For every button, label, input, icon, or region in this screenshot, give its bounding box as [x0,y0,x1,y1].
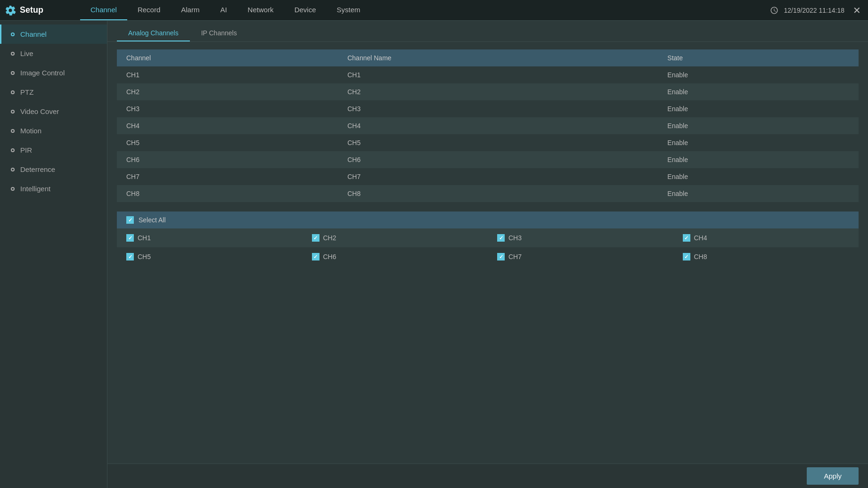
nav-alarm[interactable]: Alarm [171,0,210,20]
apply-button[interactable]: Apply [807,467,859,485]
checkbox-cell-ch2: CH2 [303,228,488,247]
cell-channel: CH7 [117,168,338,185]
nav-system[interactable]: System [326,0,370,20]
table-header-row: Channel Channel Name State [117,49,859,66]
cell-channel: CH4 [117,117,338,134]
nav-ai[interactable]: AI [210,0,237,20]
datetime-display: 12/19/2022 11:14:18 [784,7,844,14]
checkbox-cell-ch5: CH5 [117,247,303,266]
sidebar-item-live[interactable]: Live [0,44,107,63]
table-row: CH5 CH5 Enable [117,134,859,151]
cell-name: CH4 [338,117,658,134]
cell-channel: CH3 [117,100,338,117]
main-content: Analog Channels IP Channels Channel Chan… [107,21,868,488]
app-logo: Setup [5,5,71,16]
cell-state: Enable [658,66,859,83]
sidebar-label-ptz: PTZ [20,88,33,96]
cell-name: CH1 [338,66,658,83]
cell-channel: CH6 [117,151,338,168]
checkbox-cell-ch6: CH6 [303,247,488,266]
cell-state: Enable [658,151,859,168]
cell-name: CH3 [338,100,658,117]
top-bar: Setup Channel Record Alarm AI Network De… [0,0,868,21]
table-row: CH8 CH8 Enable [117,185,859,202]
checkbox-cell-ch7: CH7 [488,247,673,266]
checkbox-ch6[interactable] [312,253,319,260]
ch4-label: CH4 [694,234,707,242]
checkbox-cell-ch1: CH1 [117,228,303,247]
sidebar-item-deterrence[interactable]: Deterrence [0,160,107,179]
checkbox-ch3[interactable] [497,234,505,242]
cell-state: Enable [658,134,859,151]
checkbox-ch4[interactable] [683,234,690,242]
cell-state: Enable [658,83,859,100]
sidebar-label-intelligent: Intelligent [20,185,50,193]
checkbox-cell-ch4: CH4 [673,228,859,247]
sidebar-label-deterrence: Deterrence [20,165,55,173]
sidebar-item-pir[interactable]: PIR [0,140,107,160]
select-all-label: Select All [139,216,166,224]
ch3-label: CH3 [508,234,522,242]
nav-network[interactable]: Network [237,0,284,20]
nav-channel[interactable]: Channel [80,0,127,20]
col-header-state: State [658,49,859,66]
select-section: Select All CH1 CH2 CH3 [117,211,859,266]
table-row: CH6 CH6 Enable [117,151,859,168]
tab-analog-channels[interactable]: Analog Channels [117,25,190,41]
table-row: CH2 CH2 Enable [117,83,859,100]
sidebar-dot [11,52,15,56]
cell-name: CH6 [338,151,658,168]
checkbox-ch2[interactable] [312,234,319,242]
app-title: Setup [20,5,43,15]
sidebar-item-ptz[interactable]: PTZ [0,82,107,102]
ch8-label: CH8 [694,253,707,260]
checkbox-row-2: CH5 CH6 CH7 CH8 [117,247,859,266]
checkbox-ch8[interactable] [683,253,690,260]
table-row: CH4 CH4 Enable [117,117,859,134]
cell-channel: CH5 [117,134,338,151]
cell-name: CH2 [338,83,658,100]
sidebar-dot [11,129,15,133]
top-nav: Channel Record Alarm AI Network Device S… [80,0,770,20]
sidebar-item-image-control[interactable]: Image Control [0,63,107,82]
table-row: CH3 CH3 Enable [117,100,859,117]
sidebar-label-image-control: Image Control [20,69,65,77]
sidebar-label-channel: Channel [20,30,47,38]
nav-record[interactable]: Record [127,0,171,20]
col-header-channel: Channel [117,49,338,66]
checkbox-cell-ch3: CH3 [488,228,673,247]
sidebar-label-video-cover: Video Cover [20,107,59,115]
sidebar-dot [11,90,15,94]
sidebar-item-intelligent[interactable]: Intelligent [0,179,107,198]
sidebar-dot [11,110,15,114]
select-all-checkbox[interactable] [126,216,134,224]
cell-name: CH5 [338,134,658,151]
sidebar-dot [11,187,15,191]
checkbox-ch7[interactable] [497,253,505,260]
sidebar-label-live: Live [20,49,33,57]
channel-table: Channel Channel Name State CH1 CH1 Enabl… [117,49,859,202]
checkbox-ch1[interactable] [126,234,134,242]
close-button[interactable]: ✕ [850,4,863,17]
top-bar-right: 12/19/2022 11:14:18 ✕ [770,4,863,17]
sidebar-dot [11,33,15,36]
sidebar-item-channel[interactable]: Channel [0,24,107,44]
cell-state: Enable [658,185,859,202]
cell-name: CH8 [338,185,658,202]
cell-channel: CH1 [117,66,338,83]
ch1-label: CH1 [138,234,151,242]
sidebar-item-video-cover[interactable]: Video Cover [0,102,107,121]
content-area: Channel Channel Name State CH1 CH1 Enabl… [107,42,868,464]
col-header-name: Channel Name [338,49,658,66]
table-row: CH1 CH1 Enable [117,66,859,83]
nav-device[interactable]: Device [284,0,327,20]
sidebar-item-motion[interactable]: Motion [0,121,107,140]
checkbox-ch5[interactable] [126,253,134,260]
cell-channel: CH8 [117,185,338,202]
sidebar: Channel Live Image Control PTZ Video Cov… [0,21,107,488]
sidebar-label-pir: PIR [20,146,32,154]
clock-icon [770,6,778,15]
table-row: CH7 CH7 Enable [117,168,859,185]
sidebar-label-motion: Motion [20,127,41,135]
tab-ip-channels[interactable]: IP Channels [190,25,248,41]
